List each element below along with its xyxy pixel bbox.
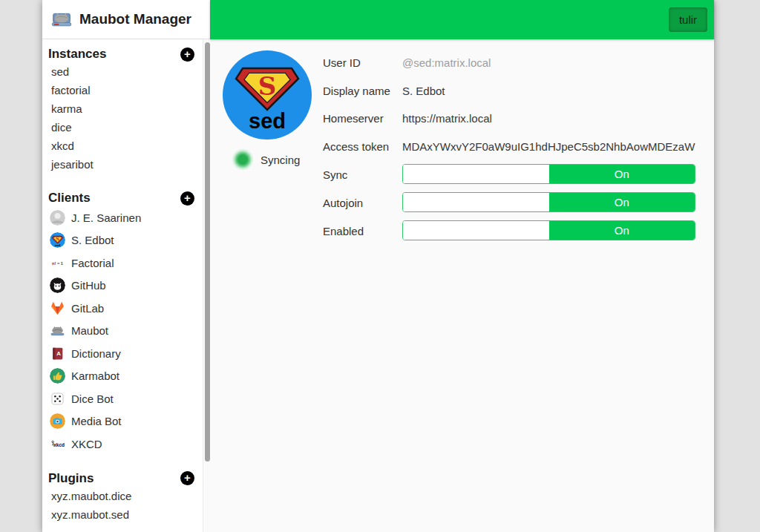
homeserver-field[interactable]: https://matrix.local: [402, 112, 695, 125]
sidebar-item-client-gitlab[interactable]: GitLab: [42, 297, 210, 320]
sidebar-item-client-saarinen[interactable]: J. E. Saarinen: [42, 206, 210, 229]
sidebar-scrollbar: [203, 39, 210, 532]
client-label: Dice Bot: [71, 393, 114, 405]
toggle-off-half: [403, 221, 549, 240]
app-window: Maubot Manager tulir Instances + sed fac…: [42, 0, 714, 532]
toggle-on-half: On: [549, 221, 695, 240]
clients-header: Clients +: [42, 190, 210, 206]
avatar-text: sed: [249, 109, 286, 133]
sidebar-item-instance-karma[interactable]: karma: [42, 99, 210, 118]
superman-sed-avatar: S sed: [50, 232, 65, 248]
autojoin-toggle[interactable]: On: [402, 192, 695, 212]
sidebar-item-instance-jesaribot[interactable]: jesaribot: [42, 155, 210, 174]
user-button[interactable]: tulir: [669, 7, 707, 32]
access-token-label: Access token: [323, 140, 389, 153]
sync-toggle-label: Sync: [323, 168, 347, 181]
sidebar-scrollbar-thumb[interactable]: [205, 42, 210, 462]
svg-text:n! = 1: n! = 1: [52, 261, 63, 266]
sidebar-item-instance-dice[interactable]: dice: [42, 118, 210, 137]
sidebar-item-plugin-sed[interactable]: xyz.maubot.sed: [42, 505, 210, 524]
status-label: Syncing: [261, 154, 300, 166]
sidebar-item-client-maubot[interactable]: Maubot: [42, 320, 210, 343]
field-row-display-name: Display name S. Edbot: [323, 85, 695, 99]
sidebar-item-client-dictionary[interactable]: A Dictionary: [42, 342, 210, 365]
status-dot-icon: [232, 148, 254, 171]
sidebar-item-client-github[interactable]: GitHub: [42, 275, 210, 298]
instances-header: Instances +: [42, 46, 210, 62]
sidebar-item-instance-factorial[interactable]: factorial: [42, 81, 210, 99]
user-id-value: @sed:matrix.local: [402, 56, 695, 69]
sidebar-item-instance-xkcd[interactable]: xkcd: [42, 137, 210, 155]
client-label: Dictionary: [71, 347, 121, 360]
instances-section: Instances + sed factorial karma dice xkc…: [42, 46, 210, 174]
person-photo-avatar: [50, 210, 65, 226]
access-token-field[interactable]: MDAxYWxvY2F0aW9uIG1hdHJpeC5sb2NhbAowMDEz…: [402, 140, 695, 153]
thumbs-up-avatar: [50, 368, 65, 384]
autojoin-toggle-label: Autojoin: [323, 197, 363, 209]
camera-avatar: [50, 413, 65, 429]
plugins-section: Plugins + xyz.maubot.dice xyz.maubot.sed: [42, 470, 210, 524]
toggle-off-half: [403, 193, 549, 211]
add-plugin-button[interactable]: +: [180, 471, 194, 485]
sync-toggle[interactable]: On: [402, 164, 695, 184]
sidebar-item-client-dicebot[interactable]: Dice Bot: [42, 387, 210, 410]
plugins-header: Plugins +: [42, 470, 210, 487]
instances-title: Instances: [48, 47, 106, 62]
maubot-cat-avatar: [50, 323, 65, 338]
svg-text:S: S: [56, 237, 59, 242]
sidebar-item-plugin-dice[interactable]: xyz.maubot.dice: [42, 487, 210, 505]
toggle-off-half: [403, 165, 549, 183]
svg-text:sed: sed: [55, 243, 61, 247]
sidebar-item-client-karmabot[interactable]: Karmabot: [42, 365, 210, 388]
maubot-logo-icon: [50, 7, 73, 32]
field-row-homeserver: Homeserver https://matrix.local: [323, 112, 695, 127]
sidebar-item-instance-sed[interactable]: sed: [42, 62, 210, 81]
clients-title: Clients: [48, 191, 91, 206]
toggle-on-half: On: [549, 193, 695, 211]
add-instance-button[interactable]: +: [180, 47, 194, 62]
header-bar: tulir: [210, 0, 714, 39]
client-label: Factorial: [71, 257, 114, 269]
client-label: XKCD: [71, 438, 102, 450]
svg-text:S: S: [258, 71, 277, 101]
instance-detail-panel: S sed Syncing User ID @sed:matrix.local …: [210, 39, 714, 532]
sidebar-item-client-factorial[interactable]: n! = 1 Factorial: [42, 252, 210, 275]
add-client-button[interactable]: +: [180, 191, 194, 206]
client-label: J. E. Saarinen: [71, 211, 141, 224]
client-label: Media Bot: [71, 415, 122, 427]
sidebar-item-client-mediabot[interactable]: Media Bot: [42, 410, 210, 433]
client-label: S. Edbot: [71, 234, 114, 246]
toggle-on-half: On: [549, 165, 695, 183]
client-label: GitHub: [71, 279, 106, 292]
app-title: Maubot Manager: [79, 11, 191, 27]
homeserver-label: Homeserver: [323, 112, 384, 125]
client-label: Karmabot: [71, 370, 119, 382]
header-left: Maubot Manager: [42, 0, 210, 39]
svg-text:A: A: [56, 350, 61, 357]
display-name-label: Display name: [323, 85, 390, 97]
factorial-formula-avatar: n! = 1: [50, 255, 65, 271]
gitlab-fox-avatar: [50, 301, 65, 316]
sidebar-item-client-xkcd[interactable]: xkcd XKCD: [42, 433, 210, 456]
dictionary-book-avatar: A: [50, 346, 65, 361]
sidebar-item-client-sedbot[interactable]: S sed S. Edbot: [42, 229, 210, 252]
field-row-access-token: Access token MDAxYWxvY2F0aW9uIG1hdHJpeC5…: [323, 140, 695, 155]
field-row-user-id: User ID @sed:matrix.local: [323, 56, 695, 71]
svg-text:xkcd: xkcd: [53, 441, 65, 447]
display-name-field[interactable]: S. Edbot: [402, 85, 695, 97]
github-octocat-avatar: [50, 278, 65, 293]
enabled-toggle-label: Enabled: [323, 225, 364, 237]
sidebar: Instances + sed factorial karma dice xkc…: [42, 39, 210, 532]
enabled-toggle[interactable]: On: [402, 220, 695, 240]
clients-section: Clients + J. E. Saarinen: [42, 190, 210, 456]
sync-status: Syncing: [232, 148, 300, 171]
client-label: GitLab: [71, 302, 104, 315]
user-id-label: User ID: [323, 56, 361, 69]
dice-avatar: [50, 391, 65, 407]
bot-avatar: S sed: [223, 50, 312, 139]
client-label: Maubot: [71, 324, 108, 337]
xkcd-avatar: xkcd: [50, 436, 65, 452]
plugins-title: Plugins: [48, 471, 94, 486]
